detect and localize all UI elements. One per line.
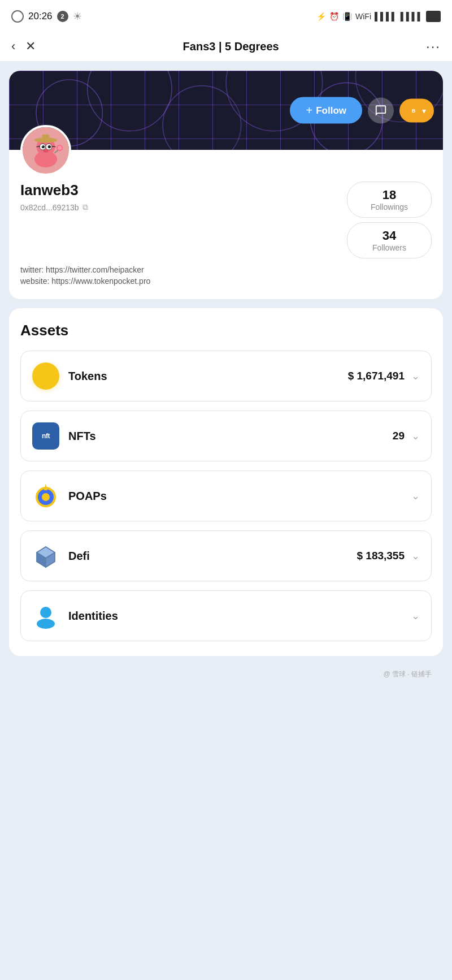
defi-label: Defi (68, 550, 90, 563)
identity-icon (32, 602, 59, 629)
svg-line-18 (52, 146, 55, 147)
tokens-row[interactable]: Tokens $ 1,671,491 ⌄ (20, 351, 432, 402)
svg-point-16 (48, 145, 51, 148)
assets-card: Assets Tokens $ 1,671,491 ⌄ nft NFTs 29 … (9, 308, 443, 656)
svg-point-20 (43, 149, 48, 152)
avatar (20, 125, 71, 176)
plus-icon: + (306, 104, 312, 117)
svg-rect-12 (42, 135, 50, 141)
svg-text:B: B (412, 108, 416, 114)
nfts-row[interactable]: nft NFTs 29 ⌄ (20, 411, 432, 461)
wifi-icon: WiFi (355, 12, 371, 21)
poaps-row[interactable]: POAPs ⌄ (20, 470, 432, 521)
defi-right: $ 183,355 ⌄ (357, 550, 420, 562)
identities-right: ⌄ (405, 610, 420, 622)
svg-line-17 (37, 146, 40, 147)
defi-row[interactable]: Defi $ 183,355 ⌄ (20, 530, 432, 581)
tokens-label: Tokens (68, 370, 107, 383)
nft-icon: nft (32, 422, 59, 450)
identities-row[interactable]: Identities ⌄ (20, 590, 432, 641)
poaps-chevron-icon: ⌄ (411, 490, 420, 502)
nfts-label: NFTs (68, 430, 96, 443)
poap-icon (32, 482, 59, 510)
followers-pill[interactable]: 34 Followers (347, 222, 432, 258)
copy-address-button[interactable]: ⧉ (82, 202, 88, 212)
status-right: ⚡ ⏰ 📳 WiFi ▌▌▌▌ ▌▌▌▌ 62 (316, 11, 441, 22)
tokens-chevron-icon: ⌄ (411, 370, 420, 382)
nav-bar: ‹ ✕ Fans3 | 5 Degrees ··· (0, 32, 452, 62)
more-options-button[interactable]: ··· (426, 38, 441, 54)
followings-count: 18 (361, 188, 418, 202)
defi-left: Defi (32, 542, 90, 569)
svg-marker-26 (44, 483, 47, 490)
chat-button[interactable] (368, 97, 394, 123)
alarm-icon: ⏰ (329, 12, 339, 21)
nfts-value: 29 (393, 430, 405, 442)
identities-chevron-icon: ⌄ (411, 610, 420, 622)
status-time: 20:26 (28, 11, 53, 22)
nav-title: Fans3 | 5 Degrees (183, 40, 279, 53)
svg-point-32 (37, 619, 55, 629)
back-button[interactable]: ‹ (11, 39, 15, 54)
chain-selector-button[interactable]: B ▾ (399, 98, 434, 122)
defi-icon (32, 542, 59, 569)
identities-left: Identities (32, 602, 118, 629)
svg-point-25 (42, 493, 50, 501)
brightness-icon: ☀ (73, 10, 82, 23)
nfts-chevron-icon: ⌄ (411, 430, 420, 442)
profile-left: Ianweb3 0x82cd...69213b ⧉ (20, 182, 88, 212)
identities-label: Identities (68, 610, 118, 623)
poaps-label: POAPs (68, 490, 107, 503)
notification-badge: 2 (57, 11, 68, 22)
nfts-left: nft NFTs (32, 422, 96, 450)
profile-address: 0x82cd...69213b ⧉ (20, 202, 88, 212)
profile-info: Ianweb3 0x82cd...69213b ⧉ 18 Followings … (9, 176, 443, 258)
main-content: + Follow B ▾ (0, 62, 452, 700)
close-button[interactable]: ✕ (25, 39, 36, 54)
followings-label: Followings (361, 202, 418, 211)
tokens-right: $ 1,671,491 ⌄ (348, 370, 420, 382)
nfts-right: 29 ⌄ (393, 430, 420, 442)
signal-icon: ▌▌▌▌ (375, 12, 397, 21)
nav-left-buttons: ‹ ✕ (11, 39, 36, 54)
defi-value: $ 183,355 (357, 550, 405, 562)
followers-count: 34 (361, 228, 418, 243)
profile-banner: + Follow B ▾ (9, 71, 443, 150)
assets-title: Assets (20, 322, 432, 339)
profile-links: twitter: https://twitter.com/heipacker w… (9, 258, 443, 286)
status-circle-icon (11, 10, 24, 23)
website-link[interactable]: website: https://www.tokenpocket.pro (20, 277, 432, 286)
follow-button[interactable]: + Follow (290, 97, 362, 124)
bluetooth-icon: ⚡ (316, 12, 326, 21)
tokens-value: $ 1,671,491 (348, 370, 405, 382)
followers-label: Followers (361, 243, 418, 252)
status-left: 20:26 2 ☀ (11, 10, 82, 23)
svg-point-31 (40, 607, 51, 618)
profile-name: Ianweb3 (20, 182, 88, 199)
address-text: 0x82cd...69213b (20, 203, 79, 212)
poaps-right: ⌄ (405, 490, 420, 502)
chevron-down-icon: ▾ (422, 106, 426, 115)
svg-point-23 (58, 146, 62, 150)
svg-point-19 (42, 145, 43, 146)
tokens-left: Tokens (32, 362, 107, 390)
twitter-link[interactable]: twitter: https://twitter.com/heipacker (20, 265, 432, 274)
signal2-icon: ▌▌▌▌ (401, 12, 423, 21)
poaps-left: POAPs (32, 482, 107, 510)
avatar-image (23, 127, 69, 174)
status-bar: 20:26 2 ☀ ⚡ ⏰ 📳 WiFi ▌▌▌▌ ▌▌▌▌ 62 (0, 0, 452, 32)
follow-label: Follow (316, 105, 346, 116)
token-icon (32, 362, 59, 390)
banner-actions: + Follow B ▾ (290, 97, 434, 124)
watermark: @ 雪球 · 链捕手 (9, 665, 443, 688)
followings-pill[interactable]: 18 Followings (347, 182, 432, 218)
profile-card: + Follow B ▾ (9, 71, 443, 299)
profile-stats: 18 Followings 34 Followers (347, 182, 432, 258)
svg-point-2 (163, 86, 241, 150)
vibrate-icon: 📳 (342, 12, 352, 21)
defi-chevron-icon: ⌄ (411, 550, 420, 562)
battery-indicator: 62 (426, 11, 441, 22)
